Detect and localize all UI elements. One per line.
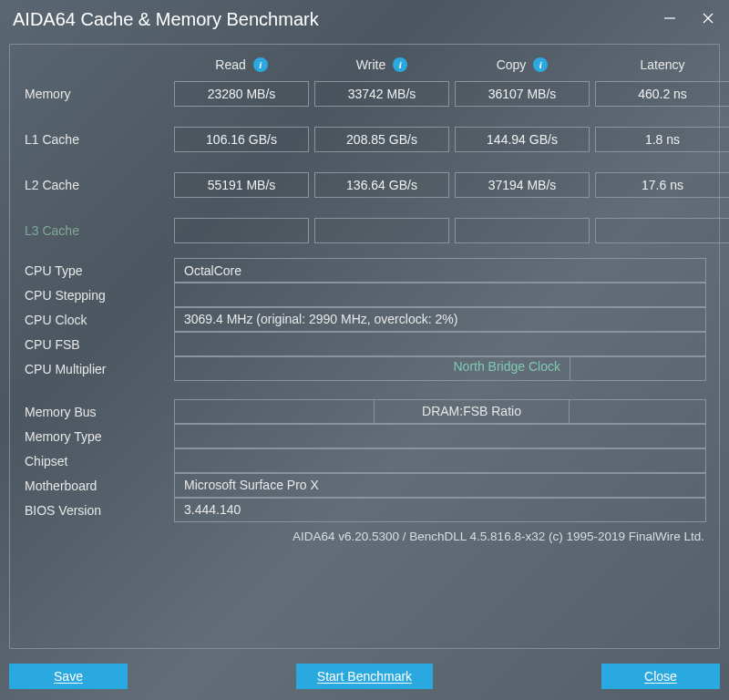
detail-value (174, 283, 706, 307)
dram-fsb-ratio-label: DRAM:FSB Ratio (375, 399, 570, 424)
footer-buttons: Save Start Benchmark Close (9, 664, 720, 689)
info-icon[interactable]: i (393, 57, 407, 72)
row-memory-type: Memory Type (23, 424, 706, 448)
cell-l3-read (174, 218, 309, 243)
row-cpu-type: CPU Type OctalCore (23, 258, 706, 283)
details-block: CPU Type OctalCore CPU Stepping CPU Cloc… (23, 258, 706, 522)
cell-memory-read: 23280 MB/s (174, 81, 309, 107)
row-label: L1 Cache (23, 132, 169, 147)
cell-memory-copy: 36107 MB/s (455, 81, 590, 107)
col-latency: Latency (595, 57, 729, 72)
row-motherboard: Motherboard Microsoft Surface Pro X (23, 473, 706, 498)
detail-label: BIOS Version (23, 498, 169, 522)
window-controls (663, 12, 714, 28)
row-cpu-multiplier: CPU Multiplier (23, 356, 706, 381)
detail-value: Microsoft Surface Pro X (174, 473, 706, 498)
main-panel: Readi Writei Copyi Latency Memory 23280 … (9, 44, 720, 649)
column-headers: Readi Writei Copyi Latency (23, 57, 706, 72)
row-l1: L1 Cache 106.16 GB/s 208.85 GB/s 144.94 … (23, 127, 706, 152)
row-memory-bus: Memory Bus DRAM:FSB Ratio (23, 399, 706, 424)
window-title: AIDA64 Cache & Memory Benchmark (13, 9, 319, 30)
col-read-label: Read (215, 57, 245, 72)
detail-label: CPU Type (23, 258, 169, 283)
row-label: Memory (23, 87, 169, 101)
row-label: L2 Cache (23, 178, 169, 192)
row-l2: L2 Cache 55191 MB/s 136.64 GB/s 37194 MB… (23, 172, 706, 198)
cell-memory-write: 33742 MB/s (314, 81, 449, 107)
version-footer: AIDA64 v6.20.5300 / BenchDLL 4.5.816.8-x… (23, 522, 706, 543)
cell-l2-write: 136.64 GB/s (314, 172, 449, 198)
titlebar: AIDA64 Cache & Memory Benchmark (0, 0, 729, 43)
cell-l2-copy: 37194 MB/s (455, 172, 590, 198)
col-latency-label: Latency (640, 57, 684, 72)
row-cpu-fsb: CPU FSB (23, 332, 706, 356)
north-bridge-clock-label: North Bridge Clock (454, 359, 561, 374)
col-copy-label: Copy (497, 57, 527, 72)
detail-value (174, 424, 706, 448)
detail-label: CPU FSB (23, 332, 169, 356)
info-icon[interactable]: i (533, 57, 548, 72)
dram-fsb-ratio-value (570, 399, 706, 424)
detail-value: 3.444.140 (174, 498, 706, 522)
detail-value (174, 332, 706, 356)
detail-label: Memory Type (23, 424, 169, 448)
cell-l2-read: 55191 MB/s (174, 172, 309, 198)
detail-label: Memory Bus (23, 399, 169, 424)
detail-label: CPU Stepping (23, 283, 169, 307)
detail-label: Chipset (23, 448, 169, 473)
col-read: Readi (174, 57, 309, 72)
cell-l3-copy (455, 218, 590, 243)
row-chipset: Chipset (23, 448, 706, 473)
detail-value: OctalCore (174, 258, 706, 283)
cell-l1-latency: 1.8 ns (595, 127, 729, 152)
close-button[interactable]: Close (601, 664, 720, 689)
detail-label: Motherboard (23, 473, 169, 498)
north-bridge-clock-value (570, 356, 706, 381)
row-cpu-stepping: CPU Stepping (23, 283, 706, 307)
row-bios: BIOS Version 3.444.140 (23, 498, 706, 522)
row-cpu-clock: CPU Clock 3069.4 MHz (original: 2990 MHz… (23, 307, 706, 332)
col-write: Writei (314, 57, 449, 72)
detail-label: CPU Clock (23, 307, 169, 332)
cell-l3-latency (595, 218, 729, 243)
info-icon[interactable]: i (253, 57, 268, 72)
detail-label: CPU Multiplier (23, 356, 169, 381)
cell-memory-latency: 460.2 ns (595, 81, 729, 107)
col-write-label: Write (356, 57, 385, 72)
cell-l1-read: 106.16 GB/s (174, 127, 309, 152)
cell-l3-write (314, 218, 449, 243)
close-icon[interactable] (702, 12, 714, 28)
row-memory: Memory 23280 MB/s 33742 MB/s 36107 MB/s … (23, 81, 706, 107)
row-l3: L3 Cache (23, 218, 706, 243)
cell-l1-write: 208.85 GB/s (314, 127, 449, 152)
save-button[interactable]: Save (9, 664, 128, 689)
minimize-icon[interactable] (663, 12, 676, 28)
cell-l1-copy: 144.94 GB/s (455, 127, 590, 152)
detail-value: 3069.4 MHz (original: 2990 MHz, overcloc… (174, 307, 706, 332)
cell-l2-latency: 17.6 ns (595, 172, 729, 198)
detail-value (174, 399, 375, 424)
row-label: L3 Cache (23, 223, 169, 238)
detail-value (174, 448, 706, 473)
col-copy: Copyi (455, 57, 590, 72)
start-benchmark-button[interactable]: Start Benchmark (296, 664, 433, 689)
